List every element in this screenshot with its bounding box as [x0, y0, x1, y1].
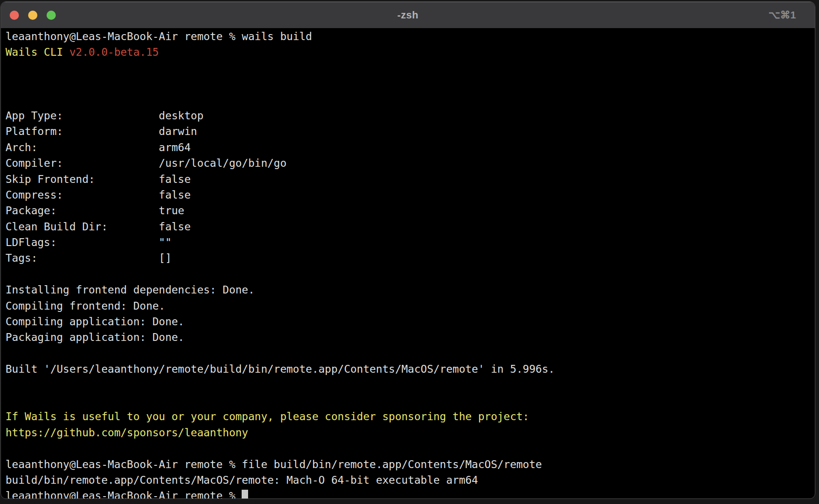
terminal-line: Clean Build Dir: false: [6, 219, 815, 234]
terminal-line: App Type: desktop: [6, 108, 815, 123]
terminal-cursor: [242, 490, 248, 498]
terminal-line: [6, 393, 815, 409]
terminal-window: -zsh ⌥⌘1 leaanthony@Leas-MacBook-Air rem…: [0, 1, 815, 499]
keyboard-shortcut-badge: ⌥⌘1: [768, 2, 796, 28]
titlebar[interactable]: -zsh ⌥⌘1: [1, 2, 815, 29]
terminal-line: [6, 60, 815, 76]
terminal-line: leaanthony@Leas-MacBook-Air remote % wai…: [6, 29, 815, 44]
terminal-output[interactable]: leaanthony@Leas-MacBook-Air remote % wai…: [1, 29, 815, 498]
terminal-line: build/bin/remote.app/Contents/MacOS/remo…: [6, 472, 815, 488]
terminal-line: Arch: arm64: [6, 140, 815, 155]
terminal-line: Compiler: /usr/local/go/bin/go: [6, 155, 815, 171]
terminal-text: Compiler: /usr/local/go/bin/go: [6, 157, 286, 169]
terminal-text: Compiling frontend: Done.: [6, 300, 165, 312]
terminal-line: [6, 440, 815, 456]
terminal-line: [6, 76, 815, 92]
terminal-text: Clean Build Dir: false: [6, 221, 191, 233]
terminal-line: [6, 377, 815, 393]
terminal-text: LDFlags: "": [6, 236, 172, 248]
terminal-line: Wails CLI v2.0.0-beta.15: [6, 44, 815, 60]
terminal-line: Skip Frontend: false: [6, 171, 815, 187]
terminal-line: https://github.com/sponsors/leaanthony: [6, 425, 815, 440]
terminal-line: leaanthony@Leas-MacBook-Air remote % fil…: [6, 457, 815, 472]
terminal-line: [6, 92, 815, 108]
terminal-text: Skip Frontend: false: [6, 173, 191, 185]
terminal-line: Packaging application: Done.: [6, 329, 815, 345]
terminal-text: Compress: false: [6, 189, 191, 201]
terminal-line: Tags: []: [6, 250, 815, 266]
terminal-line: [6, 346, 815, 361]
terminal-text: https://github.com/sponsors/leaanthony: [6, 427, 248, 439]
terminal-line: Package: true: [6, 203, 815, 218]
terminal-text: Packaging application: Done.: [6, 331, 184, 343]
terminal-text: build/bin/remote.app/Contents/MacOS/remo…: [6, 474, 478, 486]
terminal-line: Platform: darwin: [6, 123, 815, 139]
terminal-text: Installing frontend dependencies: Done.: [6, 284, 255, 296]
terminal-line: leaanthony@Leas-MacBook-Air remote %: [6, 488, 815, 498]
terminal-line: Installing frontend dependencies: Done.: [6, 282, 815, 298]
terminal-text: Platform: darwin: [6, 125, 197, 137]
terminal-text: If Wails is useful to you or your compan…: [6, 410, 529, 422]
terminal-text: Compiling application: Done.: [6, 316, 184, 328]
terminal-text: App Type: desktop: [6, 110, 203, 122]
terminal-text: leaanthony@Leas-MacBook-Air remote % fil…: [6, 458, 542, 470]
terminal-text: Package: true: [6, 205, 184, 217]
terminal-line: [6, 266, 815, 282]
terminal-line: Compress: false: [6, 187, 815, 203]
terminal-line: If Wails is useful to you or your compan…: [6, 409, 815, 424]
window-title: -zsh: [1, 2, 815, 28]
terminal-line: Built '/Users/leaanthony/remote/build/bi…: [6, 361, 815, 377]
terminal-text: Built '/Users/leaanthony/remote/build/bi…: [6, 363, 555, 375]
terminal-line: Compiling application: Done.: [6, 314, 815, 329]
terminal-text: leaanthony@Leas-MacBook-Air remote % wai…: [6, 30, 312, 42]
terminal-text: Arch: arm64: [6, 141, 191, 153]
terminal-line: LDFlags: "": [6, 234, 815, 250]
terminal-text: Tags: []: [6, 252, 172, 264]
terminal-text: v2.0.0-beta.15: [69, 46, 159, 58]
terminal-text: leaanthony@Leas-MacBook-Air remote %: [6, 490, 242, 498]
terminal-line: Compiling frontend: Done.: [6, 298, 815, 314]
terminal-text: Wails CLI: [6, 46, 69, 58]
